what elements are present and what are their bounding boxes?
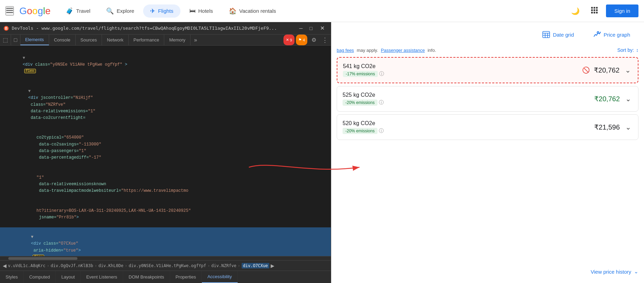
- info-icon-1[interactable]: ⓘ: [379, 100, 384, 106]
- top-nav: Google 🧳 Travel 🔍 Explore ✈ Flights 🛏 Ho…: [0, 0, 644, 22]
- horiz-scroll-thumb: [8, 257, 77, 260]
- svg-rect-2: [6, 12, 13, 13]
- sort-icon: ↕: [636, 47, 638, 53]
- apps-button[interactable]: [588, 4, 600, 18]
- code-line-1[interactable]: ▼ <div class="y0NSEe V1iAHe tPgKwe ogfYp…: [0, 48, 331, 82]
- info-text: info.: [428, 48, 436, 53]
- breadcrumb-item-2[interactable]: div.KhL0De: [99, 263, 123, 268]
- devtools-settings-icon[interactable]: ⚙: [309, 35, 319, 45]
- breadcrumb-item-3[interactable]: div.y0NSEe.V1iAHe.tPgKwe.ogfYpf: [129, 263, 206, 268]
- breadcrumb-scroll-left[interactable]: ◀: [3, 263, 7, 268]
- flights-icon: ✈: [150, 7, 155, 15]
- dark-mode-button[interactable]: 🌙: [568, 4, 582, 18]
- bottom-tab-styles[interactable]: Styles: [0, 271, 24, 283]
- devtools-tab-more: »: [190, 35, 200, 45]
- svg-point-20: [597, 32, 599, 34]
- passenger-assistance-link[interactable]: Passenger assistance: [381, 48, 425, 53]
- flex-badge-1[interactable]: flex: [24, 69, 36, 73]
- devtools-code-area[interactable]: ▼ <div class="y0NSEe V1iAHe tPgKwe ogfYp…: [0, 46, 331, 256]
- emission-tag-2: -20% emissions: [343, 128, 377, 134]
- flex-badge-2[interactable]: flex: [32, 255, 44, 256]
- devtools-horizontal-scrollbar[interactable]: [0, 256, 331, 260]
- emission-value-0: 541 kg CO2e: [343, 63, 582, 69]
- breadcrumb-item-4[interactable]: div.NZRfve: [211, 263, 236, 268]
- sort-by-button[interactable]: Sort by: ↕: [617, 47, 638, 53]
- flight-expand-2[interactable]: ⌄: [624, 122, 633, 133]
- code-line-2[interactable]: ▼ <div jscontroller="NiHijf" class="NZRf…: [0, 82, 331, 128]
- svg-rect-15: [543, 31, 550, 38]
- devtools-tab-console[interactable]: Console: [49, 35, 76, 45]
- flight-price-1: ₹20,762: [594, 95, 620, 103]
- travel-icon: 🧳: [66, 7, 73, 15]
- element-picker-icon[interactable]: ⬚: [0, 35, 11, 45]
- devtools-titlebar: B DevTools - www.google.com/travel/fligh…: [0, 22, 331, 35]
- view-tab-price-graph[interactable]: Price graph: [588, 28, 636, 42]
- nav-tab-travel-label: Travel: [76, 8, 90, 14]
- svg-rect-5: [596, 7, 598, 9]
- devtools-panel: B DevTools - www.google.com/travel/fligh…: [0, 22, 331, 283]
- nav-tab-vacation[interactable]: 🏠 Vacation rentals: [222, 4, 283, 18]
- chevron-down-icon: ⌄: [634, 268, 638, 275]
- devtools-options-icon[interactable]: ⋮: [319, 35, 331, 45]
- nav-tab-travel[interactable]: 🧳 Travel: [59, 4, 97, 18]
- flight-card-1[interactable]: 525 kg CO2e -20% emissions ⓘ ₹20,762 ⌄: [337, 86, 638, 112]
- view-price-history-button[interactable]: View price history ⌄: [337, 266, 638, 277]
- price-graph-icon: [593, 30, 601, 39]
- flight-expand-1[interactable]: ⌄: [624, 93, 633, 104]
- warning-count: 4: [303, 38, 305, 42]
- bag-fees-link[interactable]: bag fees: [337, 48, 354, 53]
- view-tab-price-graph-label: Price graph: [604, 32, 630, 38]
- svg-rect-3: [591, 7, 593, 9]
- svg-rect-4: [594, 7, 595, 9]
- menu-icon[interactable]: [6, 6, 14, 16]
- flight-card-2[interactable]: 520 kg CO2e -20% emissions ⓘ ₹21,596 ⌄: [337, 114, 638, 140]
- emission-tag-0: -17% emissions: [343, 71, 378, 77]
- device-toolbar-icon[interactable]: □: [11, 35, 20, 45]
- view-price-history-label: View price history: [591, 269, 631, 275]
- bottom-tab-computed[interactable]: Computed: [24, 271, 56, 283]
- bottom-tab-dom-breakpoints[interactable]: DOM Breakpoints: [123, 271, 170, 283]
- code-line-highlighted[interactable]: ▼ <div class="O7CXue" aria-hidden="true"…: [0, 227, 331, 256]
- code-line-3[interactable]: co2typical="654000" data-co2savings="-11…: [0, 128, 331, 168]
- svg-rect-11: [596, 12, 598, 13]
- devtools-tab-network[interactable]: Network: [102, 35, 129, 45]
- bottom-tab-properties[interactable]: Properties: [170, 271, 202, 283]
- flight-results: 541 kg CO2e -17% emissions ⓘ 🚫 ₹20,762 ⌄…: [337, 57, 638, 260]
- devtools-minimize-button[interactable]: ─: [297, 24, 305, 32]
- nav-tab-explore[interactable]: 🔍 Explore: [99, 4, 141, 18]
- nav-tab-hotels-label: Hotels: [198, 8, 213, 14]
- svg-rect-10: [594, 12, 595, 13]
- bottom-tab-layout[interactable]: Layout: [56, 271, 81, 283]
- vacation-icon: 🏠: [229, 7, 236, 15]
- devtools-close-button[interactable]: ✕: [317, 24, 327, 32]
- nav-tabs: 🧳 Travel 🔍 Explore ✈ Flights 🛏 Hotels 🏠 …: [59, 4, 568, 18]
- devtools-tab-memory[interactable]: Memory: [164, 35, 190, 45]
- info-icon-2[interactable]: ⓘ: [379, 128, 384, 134]
- view-tab-date-grid[interactable]: Date grid: [537, 28, 579, 42]
- emission-badge-1: -20% emissions ⓘ: [343, 100, 384, 106]
- breadcrumb-item-5[interactable]: div.O7CXue: [242, 263, 269, 268]
- devtools-tab-elements[interactable]: Elements: [20, 35, 49, 45]
- nav-tab-flights[interactable]: ✈ Flights: [143, 4, 180, 18]
- svg-rect-1: [6, 10, 13, 11]
- bottom-tab-accessibility[interactable]: Accessibility: [202, 271, 238, 283]
- breadcrumb-item-0[interactable]: v.uVdL1c.A8qKrc: [8, 263, 45, 268]
- code-line-4[interactable]: "1" data-relativeemissionsknown data-tra…: [0, 168, 331, 201]
- flight-expand-0[interactable]: ⌄: [624, 65, 632, 76]
- flight-price-area-0: 🚫 ₹20,762 ⌄: [582, 65, 632, 76]
- info-icon-0[interactable]: ⓘ: [379, 71, 384, 77]
- flight-card-0[interactable]: 541 kg CO2e -17% emissions ⓘ 🚫 ₹20,762 ⌄: [337, 57, 638, 83]
- sign-in-button[interactable]: Sign in: [606, 4, 638, 17]
- devtools-tab-sources[interactable]: Sources: [76, 35, 102, 45]
- nav-tab-hotels[interactable]: 🛏 Hotels: [183, 4, 220, 18]
- code-line-5[interactable]: ht?itinerary=BOS-LAX-UA-311-20240925,LAX…: [0, 201, 331, 227]
- breadcrumb-item-1[interactable]: div.OgQvJf.nKlB3b: [51, 263, 93, 268]
- flight-price-area-2: ₹21,596 ⌄: [594, 122, 633, 133]
- devtools-tabs: ⬚ □ Elements Console Sources Network Per…: [0, 35, 331, 46]
- view-tab-date-grid-label: Date grid: [553, 32, 574, 38]
- svg-rect-0: [6, 8, 13, 9]
- devtools-restore-button[interactable]: □: [308, 24, 315, 32]
- breadcrumb-scroll-right[interactable]: ▶: [271, 263, 274, 268]
- bottom-tab-event-listeners[interactable]: Event Listeners: [81, 271, 123, 283]
- devtools-tab-performance[interactable]: Performance: [129, 35, 164, 45]
